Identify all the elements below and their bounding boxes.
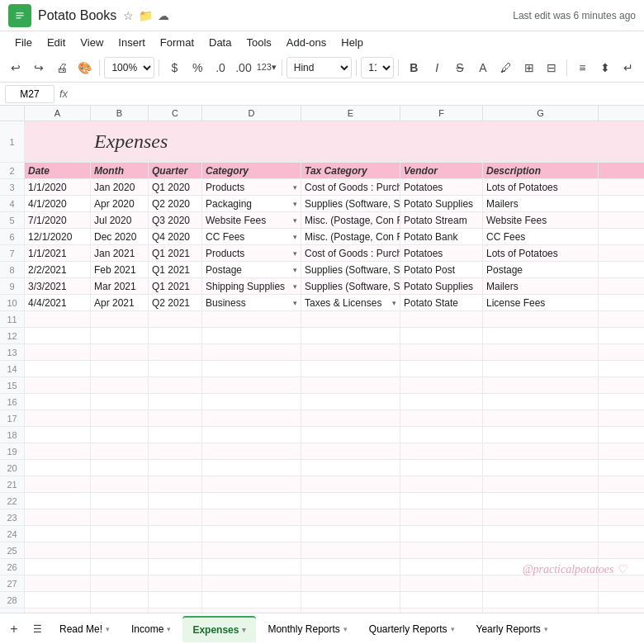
col-header-g[interactable]: G <box>483 106 599 121</box>
dropdown-arrow-icon[interactable]: ▾ <box>293 216 297 225</box>
redo-button[interactable]: ↪ <box>28 57 50 78</box>
data-cell-20-0[interactable] <box>25 460 91 476</box>
paint-format-button[interactable]: 🎨 <box>74 57 96 78</box>
data-cell-13-6[interactable] <box>483 344 599 360</box>
data-cell-8-3[interactable]: Postage ▾ <box>202 262 301 277</box>
data-cell-4-0[interactable]: 4/1/2020 <box>25 196 91 211</box>
data-cell-10-1[interactable]: Apr 2021 <box>91 295 149 310</box>
data-cell-14-0[interactable] <box>25 361 91 376</box>
data-cell-4-2[interactable]: Q2 2020 <box>149 196 202 211</box>
data-cell-26-3[interactable] <box>202 559 301 575</box>
data-cell-17-3[interactable] <box>202 410 301 426</box>
data-cell-24-5[interactable] <box>400 526 483 542</box>
data-cell-24-6[interactable] <box>483 526 599 542</box>
data-cell-10-2[interactable]: Q2 2021 <box>149 295 202 310</box>
data-cell-14-6[interactable] <box>483 361 599 376</box>
data-cell-9-0[interactable]: 3/3/2021 <box>25 278 91 294</box>
data-cell-8-4[interactable]: Supplies (Software, Shippi… ▾ <box>301 262 400 277</box>
data-cell-25-2[interactable] <box>149 542 202 558</box>
data-cell-5-5[interactable]: Potato Stream <box>400 212 483 228</box>
data-cell-24-2[interactable] <box>149 526 202 542</box>
data-cell-23-2[interactable] <box>149 509 202 525</box>
menu-item-view[interactable]: View <box>73 35 110 50</box>
add-sheet-button[interactable]: + <box>3 618 25 640</box>
sheet-tab-read-me[interactable]: Read Me!▾ <box>50 616 120 642</box>
undo-button[interactable]: ↩ <box>5 57 26 78</box>
borders-button[interactable]: ⊞ <box>519 57 540 78</box>
data-cell-19-3[interactable] <box>202 443 301 459</box>
decimal-inc-button[interactable]: .00 <box>233 57 254 78</box>
data-cell-24-0[interactable] <box>25 526 91 542</box>
tab-arrow-icon[interactable]: ▾ <box>451 625 455 633</box>
menu-item-file[interactable]: File <box>8 35 39 50</box>
data-cell-13-1[interactable] <box>91 344 149 360</box>
data-cell-6-6[interactable]: CC Fees <box>483 229 599 244</box>
data-cell-4-1[interactable]: Apr 2020 <box>91 196 149 211</box>
menu-item-help[interactable]: Help <box>334 35 370 50</box>
tab-arrow-icon[interactable]: ▾ <box>167 625 171 633</box>
data-cell-13-3[interactable] <box>202 344 301 360</box>
tab-arrow-icon[interactable]: ▾ <box>106 625 110 633</box>
data-cell-27-4[interactable] <box>301 575 400 591</box>
data-cell-26-5[interactable] <box>400 559 483 575</box>
tab-arrow-icon[interactable]: ▾ <box>242 626 246 634</box>
align-button[interactable]: ≡ <box>571 57 593 78</box>
data-cell-18-4[interactable] <box>301 427 400 443</box>
data-cell-26-2[interactable] <box>149 559 202 575</box>
col-header-e[interactable]: E <box>301 106 400 121</box>
data-cell-10-4[interactable]: Taxes & Licenses ▾ <box>301 295 400 310</box>
data-cell-28-4[interactable] <box>301 592 400 608</box>
data-cell-14-1[interactable] <box>91 361 149 376</box>
data-cell-8-6[interactable]: Postage <box>483 262 599 277</box>
data-cell-18-3[interactable] <box>202 427 301 443</box>
data-cell-21-0[interactable] <box>25 476 91 492</box>
data-cell-27-1[interactable] <box>91 575 149 591</box>
data-cell-7-5[interactable]: Potatoes <box>400 245 483 261</box>
data-cell-16-6[interactable] <box>483 394 599 410</box>
menu-item-edit[interactable]: Edit <box>40 35 72 50</box>
data-cell-25-1[interactable] <box>91 542 149 558</box>
data-cell-9-6[interactable]: Mailers <box>483 278 599 294</box>
data-cell-8-5[interactable]: Potato Post <box>400 262 483 277</box>
data-cell-15-6[interactable] <box>483 377 599 393</box>
col-header-a[interactable]: A <box>25 106 91 121</box>
data-cell-9-2[interactable]: Q1 2021 <box>149 278 202 294</box>
data-cell-5-4[interactable]: Misc. (Postage, Con Fees, I… ▾ <box>301 212 400 228</box>
data-cell-12-3[interactable] <box>202 328 301 343</box>
data-cell-4-6[interactable]: Mailers <box>483 196 599 211</box>
data-cell-13-4[interactable] <box>301 344 400 360</box>
data-cell-25-6[interactable] <box>483 542 599 558</box>
data-cell-12-4[interactable] <box>301 328 400 343</box>
data-cell-23-6[interactable] <box>483 509 599 525</box>
data-cell-9-3[interactable]: Shipping Supplies ▾ <box>202 278 301 294</box>
data-cell-15-4[interactable] <box>301 377 400 393</box>
data-cell-3-4[interactable]: Cost of Goods : Purchases ▾ <box>301 179 400 195</box>
menu-item-add-ons[interactable]: Add-ons <box>280 35 333 50</box>
dropdown-arrow-icon[interactable]: ▾ <box>293 299 297 307</box>
data-cell-21-6[interactable] <box>483 476 599 492</box>
dropdown-arrow-icon[interactable]: ▾ <box>293 233 297 241</box>
cell-reference-input[interactable]: M27 <box>5 85 54 103</box>
data-cell-8-2[interactable]: Q1 2021 <box>149 262 202 277</box>
data-cell-27-3[interactable] <box>202 575 301 591</box>
valign-button[interactable]: ⬍ <box>594 57 616 78</box>
data-cell-23-5[interactable] <box>400 509 483 525</box>
data-cell-5-0[interactable]: 7/1/2020 <box>25 212 91 228</box>
data-cell-19-1[interactable] <box>91 443 149 459</box>
data-cell-18-0[interactable] <box>25 427 91 443</box>
data-cell-14-4[interactable] <box>301 361 400 376</box>
sheet-tab-yearly-reports[interactable]: Yearly Reports▾ <box>466 616 558 642</box>
data-cell-9-4[interactable]: Supplies (Software, Shippi… ▾ <box>301 278 400 294</box>
data-cell-12-1[interactable] <box>91 328 149 343</box>
data-cell-20-3[interactable] <box>202 460 301 476</box>
sheet-tab-income[interactable]: Income▾ <box>121 616 181 642</box>
data-cell-3-1[interactable]: Jan 2020 <box>91 179 149 195</box>
data-cell-8-0[interactable]: 2/2/2021 <box>25 262 91 277</box>
data-cell-21-5[interactable] <box>400 476 483 492</box>
data-cell-10-3[interactable]: Business ▾ <box>202 295 301 310</box>
data-cell-13-2[interactable] <box>149 344 202 360</box>
data-cell-12-2[interactable] <box>149 328 202 343</box>
zoom-select[interactable]: 100% <box>104 57 154 78</box>
formula-input[interactable] <box>73 85 639 103</box>
data-cell-26-0[interactable] <box>25 559 91 575</box>
